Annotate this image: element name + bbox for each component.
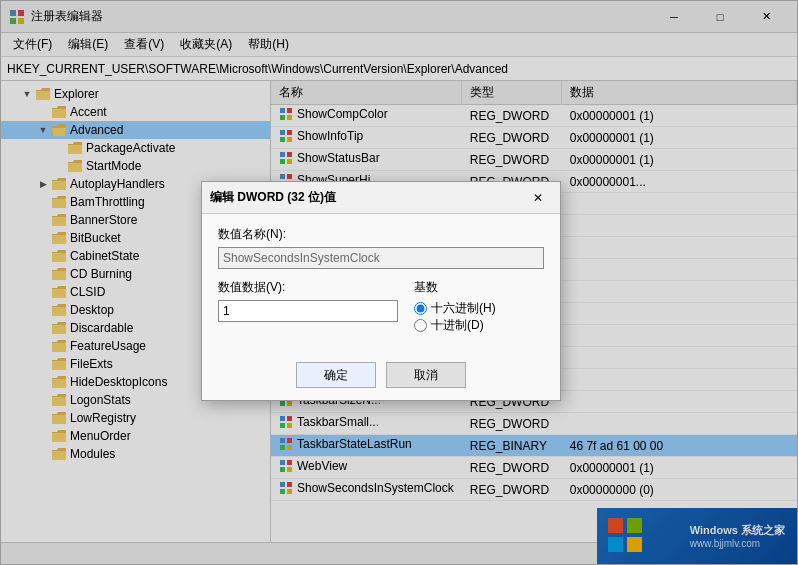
name-input[interactable]: [218, 247, 544, 269]
radio-hex-input[interactable]: [414, 302, 427, 315]
base-section: 基数 十六进制(H) 十进制(D): [414, 279, 544, 334]
main-window: 注册表编辑器 ─ □ ✕ 文件(F) 编辑(E) 查看(V) 收藏夹(A) 帮助…: [0, 0, 798, 565]
radio-dec[interactable]: 十进制(D): [414, 317, 544, 334]
dialog-title-bar: 编辑 DWORD (32 位)值 ✕: [202, 182, 560, 214]
radio-hex[interactable]: 十六进制(H): [414, 300, 544, 317]
data-input[interactable]: [218, 300, 398, 322]
name-label: 数值名称(N):: [218, 226, 544, 243]
cancel-button[interactable]: 取消: [386, 362, 466, 388]
data-label: 数值数据(V):: [218, 279, 402, 296]
data-input-section: 数值数据(V):: [218, 279, 402, 332]
dialog-close-button[interactable]: ✕: [524, 186, 552, 210]
ok-button[interactable]: 确定: [296, 362, 376, 388]
dialog-overlay: 编辑 DWORD (32 位)值 ✕ 数值名称(N): 数值数据(V): 基数: [1, 1, 797, 564]
dialog-content: 数值名称(N): 数值数据(V): 基数 十六进制(H): [202, 214, 560, 352]
radio-dec-input[interactable]: [414, 319, 427, 332]
radio-dec-label: 十进制(D): [431, 317, 484, 334]
data-section: 数值数据(V): 基数 十六进制(H) 十进制(D): [218, 279, 544, 334]
radio-hex-label: 十六进制(H): [431, 300, 496, 317]
dialog-footer: 确定 取消: [202, 352, 560, 400]
base-label: 基数: [414, 279, 544, 296]
dword-edit-dialog: 编辑 DWORD (32 位)值 ✕ 数值名称(N): 数值数据(V): 基数: [201, 181, 561, 401]
dialog-title: 编辑 DWORD (32 位)值: [210, 189, 524, 206]
